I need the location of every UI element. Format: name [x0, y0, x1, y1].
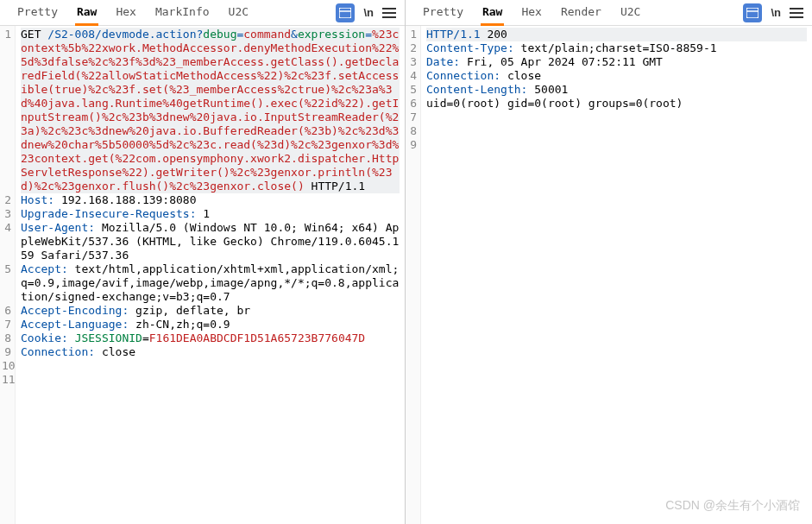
- request-gutter: 1234567891011: [0, 26, 16, 524]
- response-gutter: 123456789: [406, 26, 421, 524]
- tab-pretty[interactable]: Pretty: [421, 0, 465, 26]
- tab-hex[interactable]: Hex: [114, 0, 137, 26]
- code-line[interactable]: Cookie: JSESSIONID=F161DEA0ABDCDF1D51A65…: [21, 331, 400, 345]
- request-pane: PrettyRawHexMarkInfoU2C \n 1234567891011…: [0, 0, 406, 524]
- code-line[interactable]: Content-Type: text/plain;charset=ISO-885…: [426, 41, 807, 55]
- code-line[interactable]: Accept-Language: zh-CN,zh;q=0.9: [21, 318, 400, 331]
- code-line[interactable]: Host: 192.168.188.139:8080: [21, 193, 400, 207]
- code-line[interactable]: Content-Length: 50001: [426, 83, 807, 97]
- tab-hex[interactable]: Hex: [519, 0, 543, 26]
- tab-u2c[interactable]: U2C: [619, 0, 642, 26]
- code-line[interactable]: Connection: close: [21, 345, 400, 359]
- menu-icon[interactable]: [790, 8, 803, 18]
- code-line[interactable]: Accept-Encoding: gzip, deflate, br: [21, 304, 400, 318]
- layout-icon[interactable]: [743, 3, 762, 22]
- tab-raw[interactable]: Raw: [481, 0, 504, 26]
- code-line[interactable]: GET /S2-008/devmode.action?debug=command…: [21, 28, 400, 193]
- code-line[interactable]: HTTP/1.1 200: [426, 28, 807, 41]
- newline-toggle-button[interactable]: \n: [771, 6, 781, 19]
- layout-icon[interactable]: [336, 3, 355, 22]
- tab-u2c[interactable]: U2C: [227, 0, 250, 26]
- menu-icon[interactable]: [382, 8, 396, 18]
- code-line[interactable]: User-Agent: Mozilla/5.0 (Windows NT 10.0…: [21, 221, 400, 262]
- code-line[interactable]: Connection: close: [426, 69, 807, 83]
- response-tabs: PrettyRawHexRenderU2C: [421, 0, 743, 26]
- svg-rect-2: [746, 8, 758, 18]
- tab-render[interactable]: Render: [559, 0, 603, 26]
- response-pane: PrettyRawHexRenderU2C \n 123456789 HTTP/…: [406, 0, 812, 524]
- code-line[interactable]: uid=0(root) gid=0(root) groups=0(root): [426, 97, 807, 110]
- response-header: PrettyRawHexRenderU2C \n: [406, 0, 812, 26]
- tab-pretty[interactable]: Pretty: [16, 0, 60, 26]
- newline-toggle-button[interactable]: \n: [363, 6, 374, 19]
- response-text[interactable]: HTTP/1.1 200Content-Type: text/plain;cha…: [421, 26, 812, 524]
- code-line[interactable]: Accept: text/html,application/xhtml+xml,…: [21, 262, 400, 304]
- tab-raw[interactable]: Raw: [75, 0, 98, 26]
- tab-markinfo[interactable]: MarkInfo: [154, 0, 211, 26]
- request-tabs: PrettyRawHexMarkInfoU2C: [16, 0, 336, 26]
- code-line[interactable]: Upgrade-Insecure-Requests: 1: [21, 207, 400, 221]
- response-header-icons: \n: [743, 3, 803, 22]
- request-header: PrettyRawHexMarkInfoU2C \n: [0, 0, 405, 26]
- watermark: CSDN @余生有个小酒馆: [665, 498, 800, 514]
- code-line[interactable]: Date: Fri, 05 Apr 2024 07:52:11 GMT: [426, 55, 807, 69]
- request-text[interactable]: GET /S2-008/devmode.action?debug=command…: [16, 26, 405, 524]
- response-content[interactable]: 123456789 HTTP/1.1 200Content-Type: text…: [406, 26, 812, 524]
- request-content[interactable]: 1234567891011 GET /S2-008/devmode.action…: [0, 26, 405, 524]
- request-header-icons: \n: [336, 3, 396, 22]
- svg-rect-0: [339, 8, 351, 18]
